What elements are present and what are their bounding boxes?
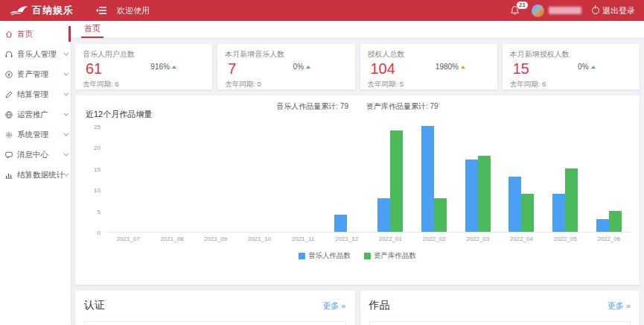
- stat-title: 音乐人用户总数: [83, 49, 205, 60]
- stat-percent: 916%: [150, 63, 176, 71]
- stat-last-year: 去年同期: 5: [368, 80, 490, 89]
- logout-button[interactable]: 退出登录: [592, 5, 635, 16]
- bar-group-2022_02: [412, 127, 456, 232]
- chevron-down-icon: [63, 71, 68, 76]
- bar-资产库作品数-2022_03: [478, 156, 491, 232]
- sidebar-item-globe[interactable]: 运营推广: [0, 104, 71, 124]
- content: 音乐人用户总数61916%去年同期: 6本月新增音乐人数70%去年同期: 0授权…: [71, 39, 644, 325]
- chevron-down-icon: [63, 171, 68, 177]
- stat-percent: 1980%: [436, 63, 465, 71]
- stat-value: 15: [513, 60, 632, 78]
- gear-icon: [4, 130, 13, 139]
- bar-group-2022_06: [587, 127, 631, 232]
- legend-item-音乐人作品数[interactable]: 音乐人作品数: [299, 251, 351, 261]
- layout: 首页音乐人管理资产管理结算管理运营推广系统管理消息中心结算数据统计 首页 音乐人…: [0, 21, 644, 325]
- bar-资产库作品数-2022_05: [565, 168, 578, 232]
- sidebar-item-bar-chart[interactable]: 结算数据统计: [0, 165, 71, 185]
- sidebar-item-coins[interactable]: 资产管理: [0, 64, 71, 84]
- sidebar-item-message[interactable]: 消息中心: [0, 145, 71, 165]
- x-tick-label: 2022_03: [456, 233, 500, 242]
- bar-音乐人作品数-2022_01: [377, 198, 390, 232]
- bar-group-2021_10: [237, 127, 281, 232]
- stat-title: 授权人总数: [368, 49, 490, 60]
- bar-资产库作品数-2022_01: [390, 130, 403, 232]
- sidebar-menu: 首页音乐人管理资产管理结算管理运营推广系统管理消息中心结算数据统计: [0, 24, 71, 185]
- x-tick-label: 2021_12: [325, 233, 369, 242]
- bar-group-2022_04: [500, 127, 543, 232]
- bar-chart-icon: [4, 171, 13, 180]
- avatar[interactable]: [532, 4, 544, 17]
- sidebar-item-gear[interactable]: 系统管理: [0, 124, 71, 145]
- sidebar-item-label: 消息中心: [17, 150, 48, 160]
- logout-label: 退出登录: [602, 5, 635, 16]
- bar-group-2022_05: [543, 127, 587, 232]
- bar-音乐人作品数-2022_05: [552, 194, 565, 232]
- bar-group-2021_07: [106, 127, 150, 232]
- trend-up-icon: [461, 66, 465, 69]
- more-link[interactable]: 更多 »: [322, 300, 345, 312]
- stat-last-year: 去年同期: 6: [83, 80, 205, 89]
- message-icon: [4, 151, 13, 160]
- chevron-down-icon: [63, 111, 68, 116]
- bar-资产库作品数-2022_06: [609, 211, 622, 232]
- sidebar: 首页音乐人管理资产管理结算管理运营推广系统管理消息中心结算数据统计: [0, 21, 71, 325]
- bar-音乐人作品数-2022_06: [596, 219, 609, 232]
- y-tick-label: 5: [98, 208, 101, 215]
- tab-home[interactable]: 首页: [81, 21, 103, 38]
- chevron-down-icon: [63, 51, 68, 56]
- sidebar-item-label: 首页: [17, 29, 33, 40]
- sidebar-item-label: 音乐人管理: [17, 49, 57, 60]
- x-tick-label: 2022_01: [369, 233, 412, 242]
- y-axis: 0510152025: [84, 127, 103, 233]
- coins-icon: [4, 70, 13, 79]
- bar-group-2021_08: [150, 127, 194, 232]
- bar-音乐人作品数-2022_03: [465, 160, 478, 232]
- chevron-down-icon: [63, 151, 68, 157]
- trend-up-icon: [306, 66, 310, 69]
- home-icon: [4, 30, 13, 39]
- sidebar-collapse-button[interactable]: [96, 6, 106, 15]
- legend-swatch-icon: [364, 253, 371, 259]
- table-header-row: 头像歌名歌手名称类型提交时间审核状态操作: [369, 321, 631, 325]
- sidebar-item-pen[interactable]: 结算管理: [0, 84, 71, 104]
- bar-group-2022_03: [456, 127, 500, 232]
- headphones-icon: [4, 50, 13, 59]
- more-link[interactable]: 更多 »: [608, 300, 631, 312]
- y-tick-label: 20: [94, 145, 101, 151]
- panels-row: 认证更多 »头像真实姓名手机号类型提交时间审核状态操作作品更多 »头像歌名歌手名…: [75, 291, 640, 325]
- sidebar-item-label: 运营推广: [17, 110, 48, 120]
- panel-作品: 作品更多 »头像歌名歌手名称类型提交时间审核状态操作: [360, 291, 640, 325]
- chart-plot: 0510152025 2021_072021_082021_092021_102…: [84, 127, 631, 242]
- stat-card-0: 音乐人用户总数61916%去年同期: 6: [75, 44, 212, 89]
- x-tick-label: 2021_07: [106, 233, 150, 242]
- stat-percent: 0%: [293, 63, 310, 71]
- chevron-down-icon: [63, 131, 68, 136]
- stat-last-year: 去年同期: 6: [510, 80, 632, 89]
- sidebar-item-label: 系统管理: [17, 130, 48, 140]
- sidebar-item-label: 结算管理: [17, 89, 48, 100]
- bar-音乐人作品数-2022_04: [508, 177, 521, 232]
- x-tick-label: 2022_04: [500, 233, 543, 242]
- sidebar-item-label: 结算数据统计: [17, 170, 64, 180]
- pen-icon: [4, 90, 13, 99]
- notifications-button[interactable]: 21: [510, 5, 520, 16]
- stat-percent: 0%: [578, 63, 595, 71]
- sidebar-item-home[interactable]: 首页: [0, 24, 71, 44]
- chart-total: 音乐人作品量累计: 79: [276, 102, 348, 110]
- stat-last-year: 去年同期: 0: [225, 80, 347, 89]
- legend-label: 音乐人作品数: [308, 251, 351, 261]
- bar-group-2021_09: [194, 127, 237, 232]
- brand-logo-bird-icon: [9, 4, 28, 16]
- sidebar-item-label: 资产管理: [17, 69, 48, 80]
- legend-item-资产库作品数[interactable]: 资产库作品数: [364, 251, 416, 261]
- trend-up-icon: [591, 66, 596, 69]
- x-tick-label: 2021_10: [237, 233, 281, 242]
- bar-资产库作品数-2022_04: [521, 194, 534, 232]
- x-tick-label: 2021_09: [194, 233, 237, 242]
- x-tick-label: 2021_08: [150, 233, 194, 242]
- sidebar-item-headphones[interactable]: 音乐人管理: [0, 44, 71, 64]
- app-root: 百纳娱乐 欢迎使用 21 退出登录 首页音乐人管理资产: [0, 0, 644, 325]
- app-header: 百纳娱乐 欢迎使用 21 退出登录: [0, 0, 644, 21]
- globe-icon: [4, 110, 13, 119]
- stat-title: 本月新增授权人数: [510, 49, 632, 60]
